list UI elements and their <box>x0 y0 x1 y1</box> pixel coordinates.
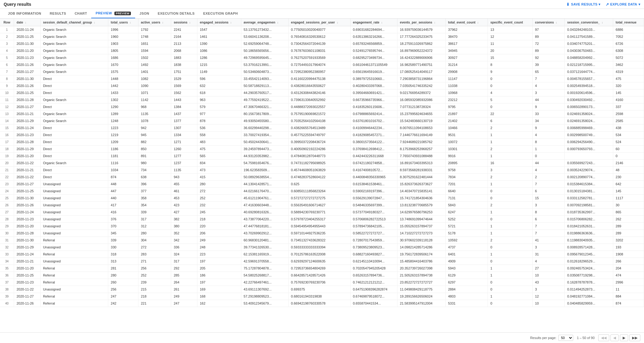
table-cell: 280 <box>138 230 171 237</box>
table-cell: Organic Search <box>40 47 108 54</box>
table-row: 272020-11-24Unassigned41633942724540.692… <box>0 209 644 216</box>
table-cell: Unassigned <box>40 223 108 230</box>
explore-data-button[interactable]: ↗ EXPLORE DATA ▾ <box>606 2 640 7</box>
table-body: 12020-11-24Organic Search199617922241154… <box>0 26 644 307</box>
table-cell: 2 <box>488 174 532 181</box>
table-row: 102020-11-25Direct14331071156261844.2903… <box>0 89 644 96</box>
table-cell: 0.041127541589... <box>565 33 613 40</box>
table-cell: 336 <box>171 244 197 251</box>
table-cell: Referral <box>40 265 108 272</box>
table-cell: 1384 <box>171 103 197 110</box>
table-cell: 1289 <box>108 110 139 117</box>
table-cell: 0 <box>532 153 565 160</box>
table-cell: 54.58025268817... <box>241 272 288 279</box>
col-active-users[interactable]: active_users ↕ <box>138 19 171 26</box>
table-cell: 39 <box>532 61 565 68</box>
table-cell: Organic Search <box>40 68 108 75</box>
table-cell: 21 <box>0 167 14 174</box>
table-cell: 0.66735966735966... <box>350 96 397 103</box>
table-cell: 0.40050902192224286 <box>288 146 350 153</box>
table-cell: Organic Search <box>40 40 108 47</box>
table-cell: 1 <box>488 272 532 279</box>
table-cell: 272 <box>138 244 171 251</box>
tab-execution-details[interactable]: EXECUTION DETAILS <box>153 9 199 18</box>
col-total-revenue[interactable]: total_revenue <box>613 19 644 26</box>
table-cell: 0.043036750483... <box>565 47 613 54</box>
table-cell: 0.76275207591933569 <box>288 54 350 61</box>
col-date[interactable]: date ↕ <box>14 19 41 26</box>
table-cell: 2020-11-23 <box>14 216 41 223</box>
table-cell: Direct <box>40 153 108 160</box>
save-results-button[interactable]: ⬇ SAVE RESULTS ▾ <box>566 2 600 7</box>
table-row: 82020-11-30Direct14481082152959633.45542… <box>0 75 644 82</box>
table-cell: 3 <box>532 286 565 293</box>
table-row: 352020-11-20Referral28125629220575.17287… <box>0 265 644 272</box>
col-total-event-count[interactable]: total_event_count ↕ <box>445 19 488 26</box>
table-cell: 2020-11-24 <box>14 209 41 216</box>
table-cell: 2020-11-20 <box>14 47 41 54</box>
col-avg-engagement[interactable]: average_engagemen ↕ <box>241 19 288 26</box>
table-cell: 1237 <box>171 160 197 167</box>
table-cell: 0.669421987603305​78 <box>288 300 350 307</box>
table-cell: 60.96830120481... <box>241 237 288 244</box>
table-cell: 223 <box>197 251 241 258</box>
table-cell: 1883 <box>171 54 197 61</box>
table-cell: 0.035569927243... <box>565 160 613 167</box>
table-row: 212020-11-21Direct10347341135473196.6235… <box>0 167 644 174</box>
table-cell: 31214 <box>445 61 488 68</box>
col-row[interactable]: Row <box>0 19 14 26</box>
table-cell: 9 <box>0 82 14 89</box>
col-engaged-sessions-per-user[interactable]: engaged_sessions_per_user ↕ <box>288 19 350 26</box>
table-cell: 32 <box>0 244 14 251</box>
table-row: 402020-11-26Referral24222124716253.40912… <box>0 300 644 307</box>
tab-job-information[interactable]: JOB INFORMATION <box>4 9 45 18</box>
table-cell: 2020-11-29 <box>14 244 41 251</box>
table-cell: 0.60850111856823264 <box>288 188 350 195</box>
table-cell: 1078 <box>138 117 171 125</box>
table-cell: 0.765408163265306​12 <box>288 33 350 40</box>
table-cell: 15.237995824634655 <box>397 110 445 117</box>
table-cell: 21.583995147912004 <box>397 300 445 307</box>
table-cell: 2020-11-23 <box>14 279 41 286</box>
table-cell: 380 <box>171 223 197 230</box>
col-specific-event-count[interactable]: specific_event_count <box>488 19 532 26</box>
tab-results[interactable]: RESULTS <box>45 9 70 18</box>
table-cell: 0.70205479452054​28 <box>350 265 397 272</box>
col-sessions[interactable]: sessions ↕ <box>171 19 197 26</box>
table-cell: 0.013015184381... <box>565 188 613 195</box>
table-row: 72020-11-27Organic Search157514011751114… <box>0 68 644 75</box>
tab-json[interactable]: JSON <box>135 9 153 18</box>
col-events-per-sessions[interactable]: events_per_sessions ↕ <box>397 19 445 26</box>
col-engagement-rate[interactable]: engagement_rate ↕ <box>350 19 397 26</box>
tab-chart[interactable]: CHART <box>70 9 92 18</box>
table-row: 202020-11-22Organic Search11169801237834… <box>0 160 644 167</box>
table-cell: 23 <box>0 181 14 188</box>
table-cell: 1792 <box>138 26 171 33</box>
col-channel-group[interactable]: session_default_channel_group ↕ <box>40 19 108 26</box>
table-cell: 44.13041428571... <box>241 181 288 188</box>
col-engaged-sessions[interactable]: engaged_sessions ↕ <box>197 19 241 26</box>
table-cell: 2020-11-29 <box>14 146 41 153</box>
col-total-users[interactable]: total_users ↕ <box>108 19 139 26</box>
table-container[interactable]: Row date ↕ session_default_channel_group… <box>0 19 644 331</box>
table-cell: 963 <box>197 96 241 103</box>
table-cell: 0 <box>488 244 532 251</box>
table-cell: 0 <box>488 82 532 89</box>
table-cell: 0.61538461538461... <box>350 181 397 188</box>
tab-execution-graph[interactable]: EXECUTION GRAPH <box>199 9 242 18</box>
table-cell: 0.73963133640552992 <box>288 96 350 103</box>
table-cell: 10 <box>532 300 565 307</box>
table-cell: 0.002998500749... <box>565 132 613 139</box>
table-cell: 9.021766954289372 <box>397 89 445 96</box>
col-conversions[interactable]: conversions ↕ <box>532 19 565 26</box>
table-cell: 330 <box>108 244 139 251</box>
table-cell: 292 <box>171 265 197 272</box>
tab-preview[interactable]: PREVIEW PREVIEW <box>91 9 135 18</box>
table-cell: 1594 <box>138 47 171 54</box>
table-cell: 0.092465753424... <box>565 265 613 272</box>
table-row: 42020-11-20Organic Search180515942068108… <box>0 47 644 54</box>
save-results-label: SAVE RESULTS <box>571 2 598 6</box>
table-cell: 9531 <box>445 132 488 139</box>
table-cell: 22 <box>0 174 14 181</box>
col-session-conversion[interactable]: session_conversion_ ↕ <box>565 19 613 26</box>
